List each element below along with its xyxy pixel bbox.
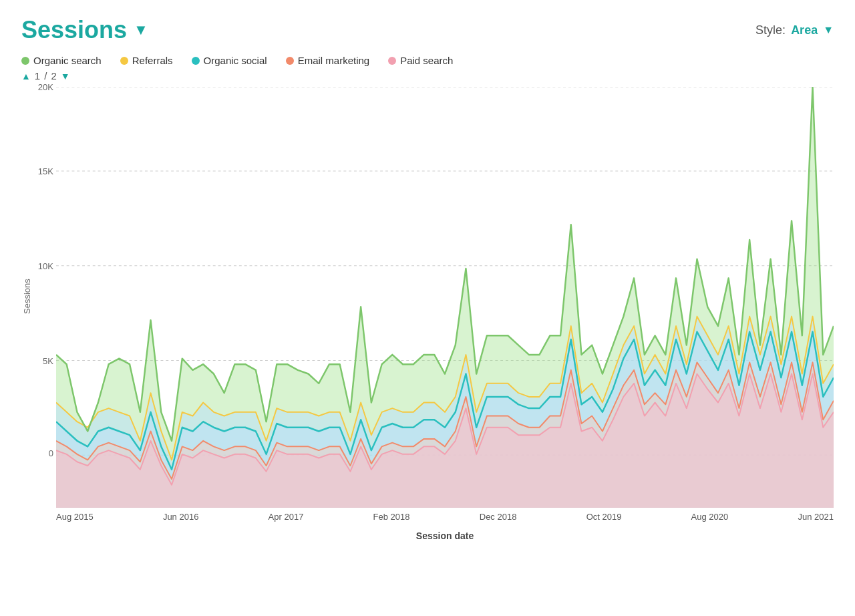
pagination-total: 2	[51, 70, 56, 82]
style-selector: Style: Area ▼	[755, 23, 834, 37]
y-axis-tick: 0	[49, 448, 53, 458]
style-label: Style:	[755, 23, 786, 37]
x-axis-tick: Oct 2019	[586, 512, 622, 532]
x-axis-tick: Feb 2018	[373, 512, 410, 532]
y-axis-tick: 10K	[38, 261, 53, 271]
title-dropdown[interactable]: ▼	[134, 21, 148, 39]
style-dropdown-arrow[interactable]: ▼	[823, 24, 834, 36]
x-axis-tick: Jun 2016	[163, 512, 199, 532]
legend-item: Referrals	[120, 55, 173, 66]
x-axis-tick: Dec 2018	[480, 512, 517, 532]
x-axis-tick: Aug 2020	[691, 512, 729, 532]
pagination-current: 1	[35, 70, 40, 82]
x-axis-label: Session date	[56, 530, 834, 541]
legend-item: Organic search	[21, 55, 102, 66]
chart-area: Sessions 20K15K10K5K0 Aug 2015Jun 2016Ap…	[21, 87, 834, 541]
x-axis-tick: Apr 2017	[269, 512, 304, 532]
y-axis-tick: 5K	[43, 355, 53, 365]
pagination-down-arrow[interactable]: ▼	[61, 71, 70, 82]
x-axis-tick: Aug 2015	[56, 512, 94, 532]
x-axis-tick: Jun 2021	[798, 512, 834, 532]
legend-item: Email marketing	[286, 55, 370, 66]
pagination-separator: /	[44, 70, 47, 82]
y-axis-tick: 15K	[38, 166, 53, 176]
y-axis-tick: 20K	[38, 82, 53, 92]
legend-item: Organic social	[192, 55, 267, 66]
pagination-up-arrow[interactable]: ▲	[21, 71, 31, 82]
style-value[interactable]: Area	[791, 23, 818, 37]
legend-item: Paid search	[388, 55, 453, 66]
page-title: Sessions ▼	[21, 16, 148, 44]
legend: Organic searchReferralsOrganic socialEma…	[21, 55, 834, 66]
pagination: ▲ 1 / 2 ▼	[21, 70, 834, 82]
